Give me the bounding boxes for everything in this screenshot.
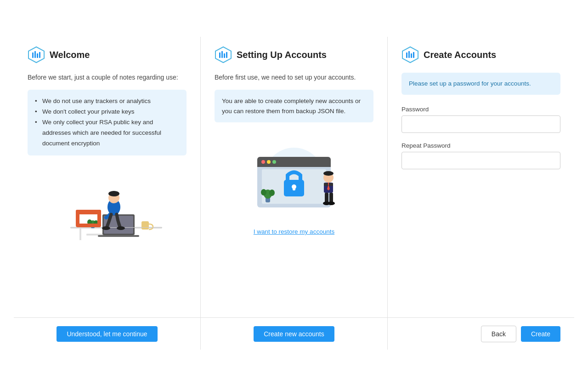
svg-rect-60	[413, 52, 414, 58]
welcome-bullets: We do not use any trackers or analytics …	[35, 96, 179, 149]
create-button[interactable]: Create	[521, 326, 560, 342]
svg-point-35	[261, 160, 265, 164]
svg-rect-4	[39, 52, 40, 58]
svg-rect-6	[79, 229, 81, 240]
bottom-bar: Understood, let me continue Create new a…	[14, 317, 574, 350]
create-header: Create Accounts	[401, 46, 560, 63]
setup-panel: Setting Up Accounts Before first use, we…	[201, 37, 388, 317]
svg-point-45	[269, 190, 275, 196]
panels-row: Welcome Before we start, just a couple o…	[14, 37, 574, 317]
welcome-header: Welcome	[28, 46, 187, 63]
svg-rect-25	[76, 210, 101, 214]
svg-point-15	[108, 191, 119, 196]
svg-rect-53	[329, 193, 333, 203]
svg-point-16	[102, 226, 110, 230]
create-panel: Create Accounts Please set up a password…	[388, 37, 574, 317]
repeat-password-group: Repeat Password	[401, 142, 560, 169]
password-input[interactable]	[401, 115, 560, 133]
create-alert-text: Please set up a password for your accoun…	[409, 80, 531, 87]
setup-illustration	[230, 141, 358, 214]
restore-link[interactable]: I want to restore my accounts	[215, 228, 373, 235]
welcome-info-box: We do not use any trackers or analytics …	[28, 90, 187, 155]
setup-bottom: Create new accounts	[201, 318, 388, 350]
svg-rect-12	[70, 227, 162, 228]
svg-rect-52	[325, 193, 328, 203]
welcome-bottom: Understood, let me continue	[14, 318, 201, 350]
svg-rect-29	[224, 53, 225, 58]
setup-logo-icon	[215, 46, 232, 63]
setup-title: Setting Up Accounts	[237, 50, 327, 60]
svg-rect-57	[406, 52, 407, 58]
setup-illustration-area	[215, 132, 373, 224]
repeat-password-input[interactable]	[401, 152, 560, 169]
svg-point-44	[261, 189, 266, 196]
welcome-logo-icon	[28, 46, 45, 63]
create-title: Create Accounts	[424, 50, 496, 60]
svg-rect-10	[98, 235, 139, 237]
back-button[interactable]: Back	[481, 326, 516, 342]
understood-button[interactable]: Understood, let me continue	[57, 326, 157, 342]
svg-point-47	[323, 171, 334, 176]
create-logo-icon	[401, 46, 419, 63]
svg-rect-11	[141, 221, 149, 230]
setup-info-text: You are able to create completely new ac…	[222, 98, 361, 115]
setup-description: Before first use, we need to set up your…	[215, 73, 373, 82]
password-group: Password	[401, 106, 560, 133]
create-alert: Please set up a password for your accoun…	[401, 73, 560, 95]
svg-point-37	[272, 160, 276, 164]
svg-rect-41	[293, 187, 295, 190]
welcome-description: Before we start, just a couple of notes …	[28, 73, 187, 82]
setup-header: Setting Up Accounts	[215, 46, 373, 63]
password-label: Password	[401, 106, 560, 113]
svg-point-55	[328, 201, 335, 205]
create-bottom: Back Create	[388, 318, 574, 350]
svg-point-17	[117, 226, 125, 230]
svg-marker-26	[215, 47, 231, 63]
bullet-item-2: We don't collect your private keys	[35, 107, 179, 117]
svg-rect-2	[34, 51, 36, 58]
welcome-illustration	[43, 174, 171, 247]
svg-rect-22	[76, 224, 101, 227]
welcome-illustration-area	[28, 165, 187, 257]
svg-rect-1	[32, 52, 34, 58]
svg-rect-58	[408, 51, 410, 58]
bullet-item-3: We only collect your RSA public key and …	[35, 117, 179, 149]
welcome-title: Welcome	[50, 50, 90, 60]
svg-rect-28	[221, 51, 223, 58]
page-container: Welcome Before we start, just a couple o…	[0, 0, 588, 368]
repeat-password-label: Repeat Password	[401, 142, 560, 149]
svg-rect-27	[219, 52, 220, 58]
svg-marker-0	[28, 47, 44, 63]
svg-point-36	[267, 160, 271, 164]
bullet-item-1: We do not use any trackers or analytics	[35, 96, 179, 107]
create-new-accounts-button[interactable]: Create new accounts	[254, 326, 334, 342]
svg-rect-59	[411, 53, 412, 58]
svg-rect-30	[226, 52, 227, 58]
svg-marker-56	[402, 47, 418, 63]
svg-rect-3	[37, 53, 38, 58]
svg-rect-51	[328, 183, 329, 185]
setup-info-box: You are able to create completely new ac…	[215, 90, 373, 122]
welcome-panel: Welcome Before we start, just a couple o…	[14, 37, 201, 317]
